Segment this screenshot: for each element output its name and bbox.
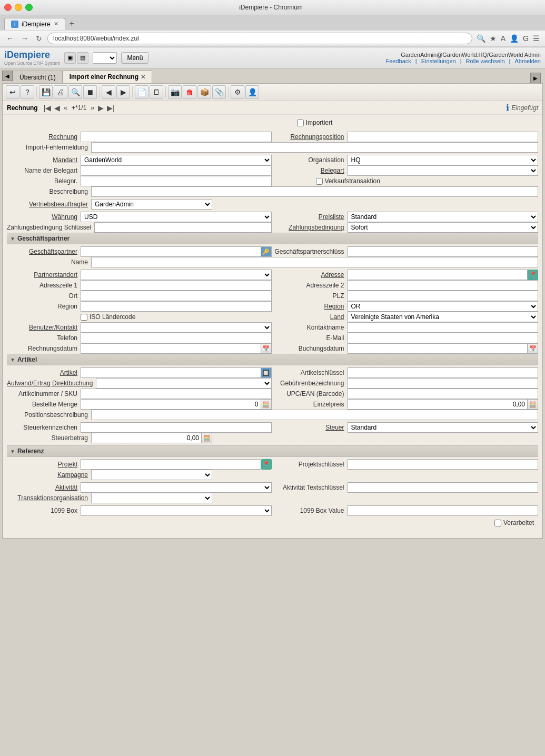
region-right-select[interactable]: OR: [348, 301, 539, 312]
save-button[interactable]: 💾: [39, 85, 53, 99]
steuerbetrag-input[interactable]: [91, 433, 202, 443]
aufwand-label[interactable]: Aufwand/Ertrag Direktbuchung: [7, 380, 96, 387]
projekt-lookup-button[interactable]: 📍: [261, 459, 272, 470]
buchungsdatum-input[interactable]: [348, 343, 528, 354]
window-icon-1[interactable]: ▣: [64, 52, 76, 64]
steuerbetrag-calc-button[interactable]: 🧮: [202, 433, 212, 443]
geschaeftspartner-section-header[interactable]: ▼ Geschäftspartner: [7, 233, 538, 244]
rechnungsposition-label[interactable]: Rechnungsposition: [274, 133, 348, 141]
gp-input[interactable]: [81, 246, 261, 257]
land-select[interactable]: Vereinigte Staaten von Amerika: [348, 312, 539, 322]
new-tab-button[interactable]: +: [65, 17, 78, 31]
einzelpreis-calc-button[interactable]: 🧮: [528, 399, 538, 410]
gp-label[interactable]: Geschäftspartner: [7, 248, 81, 255]
transaktionsorganisation-select[interactable]: [91, 493, 212, 503]
help-button[interactable]: ?: [21, 85, 34, 99]
aufwand-select[interactable]: [96, 378, 271, 389]
gp-schluessel-input[interactable]: [348, 246, 539, 257]
undo-button[interactable]: ↩: [6, 85, 19, 99]
positionsbeschreibung-input[interactable]: [91, 410, 538, 420]
kampagne-label[interactable]: Kampagne: [7, 471, 91, 479]
menge-input[interactable]: [81, 399, 261, 410]
browser-tab[interactable]: i iDempiere ✕: [4, 18, 65, 30]
prev-button[interactable]: ◀: [102, 85, 115, 99]
steuer-label[interactable]: Steuer: [274, 424, 348, 431]
steuerkennzeichen-input[interactable]: [81, 422, 272, 433]
browser-window-controls[interactable]: [4, 4, 33, 11]
import-rechnung-tab[interactable]: Import einer Rechnung ✕: [63, 71, 152, 83]
importiert-checkbox[interactable]: [297, 120, 304, 126]
settings-link[interactable]: Einstellungen: [421, 58, 456, 64]
email-input[interactable]: [348, 333, 539, 343]
benutzer-select[interactable]: [81, 322, 272, 333]
preisliste-select[interactable]: Standard: [348, 212, 539, 222]
wahrung-select[interactable]: USD: [81, 212, 272, 222]
window-selector[interactable]: [93, 52, 117, 64]
window-icon-2[interactable]: ▤: [77, 52, 88, 64]
menu-button[interactable]: Menü: [121, 52, 148, 64]
adresse-input[interactable]: [348, 270, 528, 280]
google-icon[interactable]: G: [522, 33, 530, 44]
search-button[interactable]: 🔍: [68, 85, 82, 99]
partnerstandort-label[interactable]: Partnerstandort: [7, 271, 81, 278]
gp-name-input[interactable]: [91, 257, 538, 267]
next-button[interactable]: ▶: [116, 85, 130, 99]
upc-input[interactable]: [348, 389, 539, 399]
aktivitaet-select[interactable]: [81, 482, 272, 493]
copy-button[interactable]: 🗒: [150, 85, 163, 99]
next-record-button[interactable]: ▶: [96, 103, 105, 113]
mandant-select[interactable]: GardenWorld: [81, 155, 272, 165]
adresszeile1-input[interactable]: [81, 280, 272, 291]
verarbeitet-checkbox[interactable]: [494, 520, 501, 526]
kampagne-select[interactable]: [91, 470, 212, 480]
tab-close-button[interactable]: ✕: [54, 21, 58, 27]
translate-icon[interactable]: A: [500, 33, 507, 44]
steuer-select[interactable]: Standard: [348, 422, 539, 433]
role-switch-link[interactable]: Rolle wechseln: [466, 58, 505, 64]
feedback-link[interactable]: Feedback: [386, 58, 411, 64]
right-collapse-button[interactable]: ▶: [530, 73, 541, 83]
einzelpreis-input[interactable]: [348, 399, 528, 410]
benutzer-label[interactable]: Benutzer/Kontakt: [7, 324, 81, 331]
wahrung-label[interactable]: Währung: [7, 213, 81, 221]
preisliste-label[interactable]: Preisliste: [274, 213, 348, 221]
attach-button[interactable]: 📎: [212, 85, 226, 99]
import-fehlermeldung-input[interactable]: [91, 142, 538, 153]
land-label[interactable]: Land: [274, 313, 348, 321]
new-button[interactable]: 📄: [135, 85, 148, 99]
region-left-input[interactable]: [81, 301, 272, 312]
rechnungsposition-input[interactable]: [348, 132, 539, 142]
print-button[interactable]: 🖨: [54, 85, 67, 99]
sidebar-collapse-button[interactable]: ◀: [2, 71, 13, 81]
projekt-label[interactable]: Projekt: [7, 461, 81, 468]
rechnung-input[interactable]: [81, 132, 272, 142]
iso-laendercode-checkbox[interactable]: [81, 314, 87, 321]
menge-calc-button[interactable]: 🧮: [261, 399, 272, 410]
reload-button[interactable]: ↻: [34, 33, 44, 44]
menu-icon[interactable]: ☰: [532, 33, 541, 44]
kontaktname-input[interactable]: [348, 322, 539, 333]
rechnungsdatum-calendar-button[interactable]: 📅: [261, 343, 272, 354]
adresse-map-button[interactable]: 📍: [528, 270, 538, 280]
plz-input[interactable]: [348, 291, 539, 301]
projektschluessel-input[interactable]: [348, 459, 539, 470]
close-window-button[interactable]: [4, 4, 12, 11]
verkaufstransaktion-checkbox[interactable]: [316, 178, 323, 185]
address-bar[interactable]: localhost:8080/webui/index.zul: [47, 33, 472, 44]
first-record-button[interactable]: |◀: [42, 103, 53, 113]
gebuehren-input[interactable]: [348, 378, 539, 389]
vertriebsbeauftragter-label[interactable]: Vertriebsbeauftragter: [7, 201, 91, 208]
forward-button[interactable]: →: [19, 33, 31, 44]
organisation-select[interactable]: HQ: [348, 155, 539, 165]
artikel-lookup-button[interactable]: 🔲: [261, 367, 272, 378]
photo-button[interactable]: 📷: [168, 85, 182, 99]
last-record-button[interactable]: ▶|: [105, 103, 116, 113]
partnerstandort-select[interactable]: [81, 270, 272, 280]
name-belegart-input[interactable]: [81, 165, 272, 176]
belegart-label[interactable]: Belegart: [274, 167, 348, 174]
artikel-input[interactable]: [81, 367, 261, 378]
region-right-label[interactable]: Region: [274, 303, 348, 310]
telefon-input[interactable]: [81, 333, 272, 343]
adresszeile2-input[interactable]: [348, 280, 539, 291]
archive-button[interactable]: 📦: [197, 85, 211, 99]
